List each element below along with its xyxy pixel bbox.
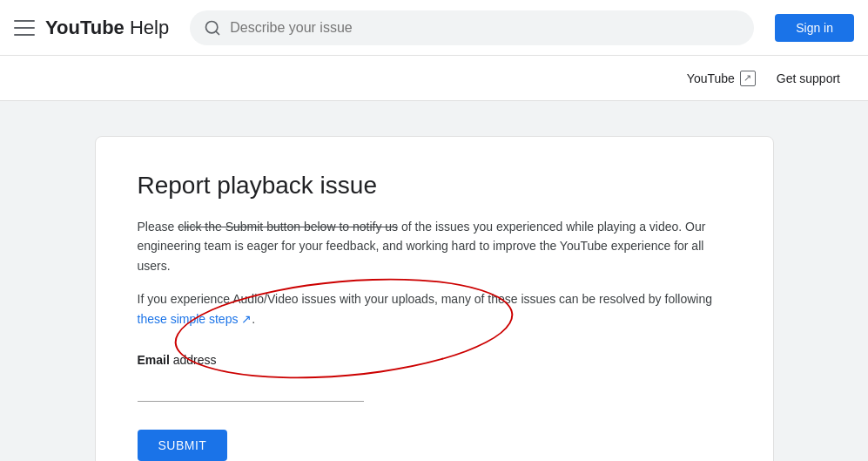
youtube-link[interactable]: YouTube xyxy=(687,71,756,86)
header-title: YouTube Help xyxy=(45,17,169,39)
search-bar xyxy=(190,10,754,45)
external-link-icon xyxy=(740,71,756,86)
simple-steps-link[interactable]: these simple steps ↗ xyxy=(138,312,252,326)
youtube-link-label: YouTube xyxy=(687,71,735,85)
circle-annotation xyxy=(170,266,516,391)
main-content: Report playback issue Please click the S… xyxy=(0,101,868,461)
submit-button[interactable]: SUBMIT xyxy=(138,430,228,461)
sign-in-button[interactable]: Sign in xyxy=(775,14,854,42)
page-title: Report playback issue xyxy=(138,172,731,200)
search-input[interactable] xyxy=(230,20,740,36)
description-text: Please click the Submit button below to … xyxy=(138,217,731,275)
svg-line-1 xyxy=(216,31,219,34)
report-card: Report playback issue Please click the S… xyxy=(95,136,774,461)
secondary-text: If you experience Audio/Video issues wit… xyxy=(138,289,731,329)
secondary-suffix: . xyxy=(252,312,255,326)
strikethrough-text: click the Submit button below to notify … xyxy=(178,220,398,234)
email-label: Email address xyxy=(138,353,731,367)
hamburger-menu-icon[interactable] xyxy=(14,17,35,38)
sub-header: YouTube Get support xyxy=(0,56,868,101)
header: YouTube Help Sign in xyxy=(0,0,868,56)
email-input[interactable] xyxy=(138,374,364,402)
search-icon xyxy=(204,19,221,37)
get-support-link[interactable]: Get support xyxy=(777,71,840,85)
secondary-prefix: If you experience Audio/Video issues wit… xyxy=(138,292,712,306)
header-left: YouTube Help xyxy=(14,17,169,39)
